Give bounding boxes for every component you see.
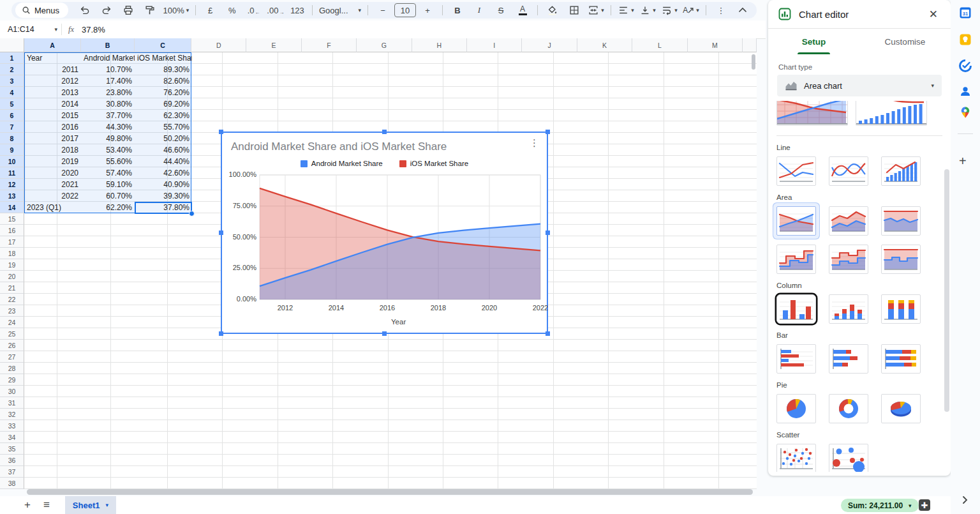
keep-icon[interactable] [959,33,972,46]
cell-B4[interactable]: 23.80% [81,87,135,98]
row-header-12[interactable]: 12 [0,179,24,190]
row-header-7[interactable]: 7 [0,121,24,133]
row-header-29[interactable]: 29 [0,374,24,386]
name-box[interactable]: A1:C14▾ [0,25,57,34]
cell-A4[interactable]: 2013 [24,87,81,98]
cell-C9[interactable]: 46.60% [135,144,192,156]
row-header-18[interactable]: 18 [0,248,24,259]
cell-B3[interactable]: 17.40% [81,75,135,87]
column-header-J[interactable]: J [522,38,577,52]
strikethrough-button[interactable]: S [491,3,511,18]
cell-A13[interactable]: 2022 [24,190,81,202]
italic-button[interactable]: I [469,3,489,18]
cell-C13[interactable]: 39.30% [135,190,192,202]
chart-resize-handle[interactable] [382,130,387,134]
format-percent-button[interactable]: % [222,3,242,18]
row-header-9[interactable]: 9 [0,144,24,156]
row-header-17[interactable]: 17 [0,236,24,248]
column-header-D[interactable]: D [191,38,246,52]
cell-B6[interactable]: 37.70% [81,110,135,121]
chart-type-thumb-bar-100[interactable] [881,344,921,374]
cell-A1[interactable]: Year [24,52,81,64]
column-header-F[interactable]: F [302,38,357,52]
chart-type-select[interactable]: Area chart ▾ [777,75,942,96]
font-size-input[interactable]: 10 [394,3,416,17]
chart-type-thumb-doughnut[interactable] [829,394,868,423]
chart-type-thumb-stacked-bar[interactable] [829,344,868,374]
row-header-19[interactable]: 19 [0,259,24,271]
close-icon[interactable]: ✕ [926,6,940,22]
row-header-14[interactable]: 14 [0,202,24,213]
undo-button[interactable] [75,3,95,18]
cell-B1[interactable]: Android Market Share [81,52,135,64]
row-header-10[interactable]: 10 [0,156,24,167]
row-header-25[interactable]: 25 [0,328,24,340]
row-header-35[interactable]: 35 [0,443,24,455]
get-add-ons-button[interactable]: + [959,155,967,167]
cell-C7[interactable]: 55.70% [135,121,192,133]
row-header-22[interactable]: 22 [0,294,24,305]
cell-C3[interactable]: 82.60% [135,75,192,87]
cell-B2[interactable]: 10.70% [81,64,135,75]
zoom-select[interactable]: 100%▾ [161,3,191,18]
cell-C5[interactable]: 69.20% [135,98,192,110]
column-header-I[interactable]: I [467,38,522,52]
decrease-font-size-button[interactable]: − [373,3,393,18]
chart-type-thumb-line[interactable] [776,156,816,186]
select-all-corner[interactable] [0,38,24,52]
sheet-tab[interactable]: Sheet1▾ [65,496,116,514]
chart-type-thumb-combo[interactable] [881,156,921,186]
panel-scrollbar[interactable] [944,169,949,412]
chart-type-thumb-column-100[interactable] [881,294,921,324]
row-header-1[interactable]: 1 [0,52,24,64]
text-wrap-button[interactable]: ▾ [659,3,679,18]
cell-A6[interactable]: 2015 [24,110,81,121]
fill-color-button[interactable] [542,3,563,18]
row-header-21[interactable]: 21 [0,282,24,294]
horizontal-align-button[interactable]: ▾ [616,3,636,18]
row-header-36[interactable]: 36 [0,455,24,466]
text-color-button[interactable]: A [512,3,533,18]
cell-A7[interactable]: 2016 [24,121,81,133]
row-header-13[interactable]: 13 [0,190,24,202]
maps-icon[interactable] [959,106,972,119]
show-side-panel-button[interactable] [960,494,971,506]
print-button[interactable] [118,3,138,18]
chart-type-thumb-scatter[interactable] [776,444,816,472]
cell-C8[interactable]: 50.20% [135,133,192,144]
row-header-28[interactable]: 28 [0,363,24,374]
row-header-32[interactable]: 32 [0,409,24,420]
cell-B11[interactable]: 57.40% [81,167,135,179]
column-header-G[interactable]: G [357,38,412,52]
cell-A9[interactable]: 2018 [24,144,81,156]
chart-resize-handle[interactable] [382,331,387,336]
menus-search-button[interactable]: Menus [15,3,68,18]
cell-A2[interactable]: 2011 [24,64,81,75]
cell-A5[interactable]: 2014 [24,98,81,110]
chart-resize-handle[interactable] [219,331,223,336]
row-header-26[interactable]: 26 [0,340,24,351]
chart-type-thumb-area[interactable] [776,206,816,236]
cell-B7[interactable]: 44.30% [81,121,135,133]
cell-B8[interactable]: 49.80% [81,133,135,144]
explore-button[interactable]: ✚ [919,499,930,511]
column-header-L[interactable]: L [632,38,687,52]
calendar-icon[interactable]: 31 [959,6,972,19]
row-header-34[interactable]: 34 [0,432,24,443]
chart-resize-handle[interactable] [546,331,550,336]
row-header-24[interactable]: 24 [0,317,24,328]
row-header-38[interactable]: 38 [0,478,24,489]
row-header-15[interactable]: 15 [0,213,24,225]
chart-type-thumb-suggested-combo[interactable] [856,101,927,126]
paint-format-button[interactable] [140,3,160,18]
cell-A12[interactable]: 2021 [24,179,81,190]
cell-A3[interactable]: 2012 [24,75,81,87]
cell-B9[interactable]: 53.40% [81,144,135,156]
cell-C2[interactable]: 89.30% [135,64,192,75]
fill-handle[interactable] [189,211,195,216]
row-header-8[interactable]: 8 [0,133,24,144]
row-header-23[interactable]: 23 [0,305,24,317]
row-header-30[interactable]: 30 [0,386,24,397]
column-header-K[interactable]: K [577,38,632,52]
row-header-5[interactable]: 5 [0,98,24,110]
